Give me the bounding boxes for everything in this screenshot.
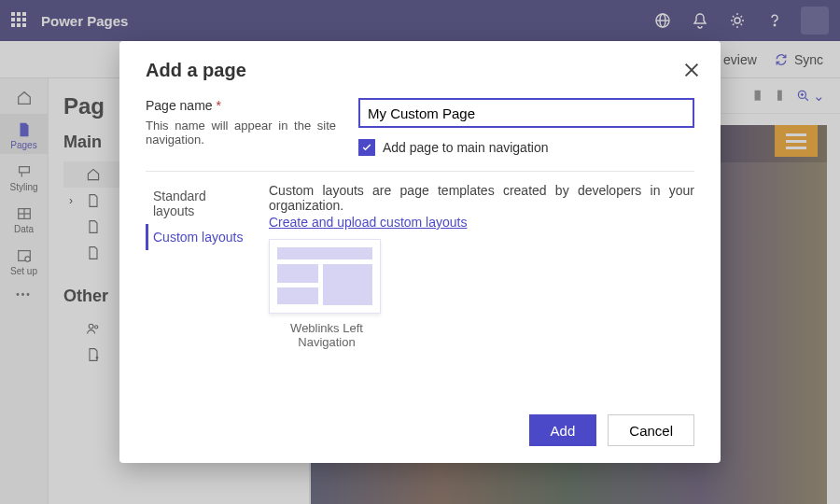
tab-custom-layouts[interactable]: Custom layouts xyxy=(146,224,258,250)
layout-card-label: Weblinks Left Navigation xyxy=(269,321,385,349)
add-button[interactable]: Add xyxy=(529,414,597,446)
layout-card-weblinks[interactable]: Weblinks Left Navigation xyxy=(269,239,385,349)
page-name-input[interactable] xyxy=(358,98,694,128)
page-name-label: Page name * xyxy=(146,98,221,113)
custom-layout-desc: Custom layouts are page templates create… xyxy=(269,183,694,213)
check-icon xyxy=(361,142,372,153)
add-to-nav-label: Add page to main navigation xyxy=(383,140,548,155)
add-to-nav-checkbox[interactable] xyxy=(358,139,375,156)
divider xyxy=(146,171,694,172)
layout-thumb xyxy=(269,239,381,314)
create-upload-link[interactable]: Create and upload custom layouts xyxy=(269,215,467,230)
close-button[interactable] xyxy=(683,62,700,78)
add-page-modal: Add a page Page name * This name will ap… xyxy=(119,41,721,463)
layout-tabs: Standard layouts Custom layouts xyxy=(146,183,258,349)
page-name-help: This name will appear in the site naviga… xyxy=(146,119,336,147)
modal-title: Add a page xyxy=(146,60,694,81)
cancel-button[interactable]: Cancel xyxy=(608,414,694,446)
tab-standard-layouts[interactable]: Standard layouts xyxy=(146,183,258,224)
